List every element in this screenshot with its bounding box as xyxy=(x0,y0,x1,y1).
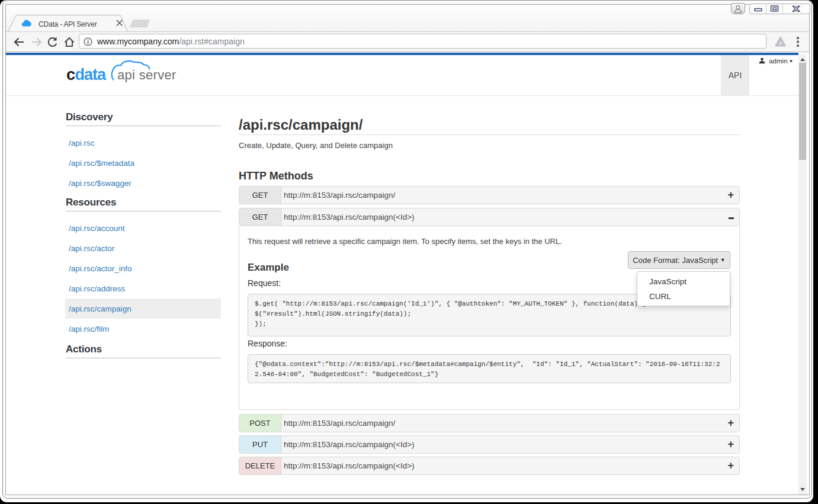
svg-text:data: data xyxy=(75,66,107,84)
svg-text:c: c xyxy=(66,66,75,84)
svg-text:api server: api server xyxy=(117,68,177,82)
